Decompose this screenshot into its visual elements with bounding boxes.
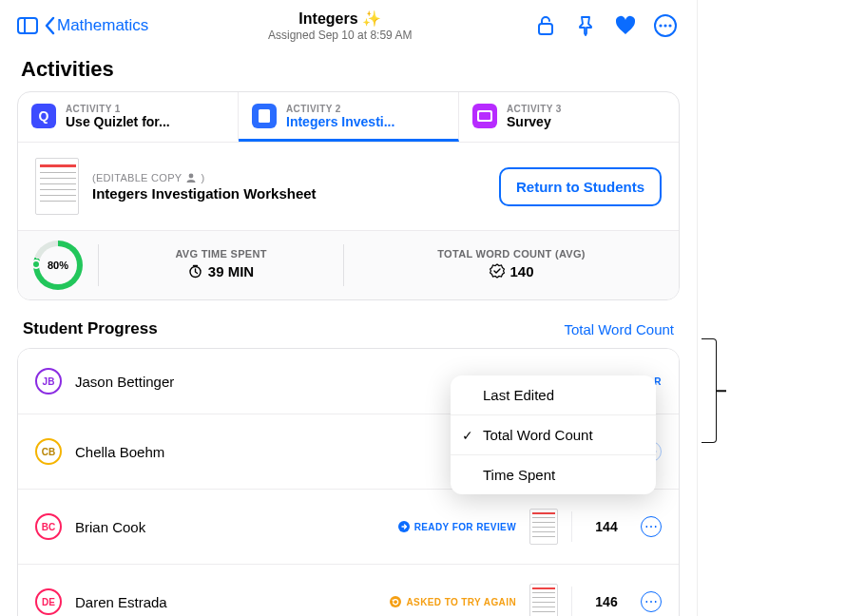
svg-point-10 — [189, 173, 194, 178]
lock-icon[interactable] — [531, 11, 560, 40]
avg-time-label: AVG TIME SPENT — [108, 248, 334, 260]
tab-activity-2[interactable]: ACTIVITY 2 Integers Investi... — [239, 92, 459, 142]
pin-icon[interactable] — [571, 11, 600, 40]
annotation-bracket — [702, 338, 717, 443]
status-badge: READY FOR REVIEW — [398, 521, 516, 532]
submission-thumbnail[interactable] — [529, 584, 558, 616]
stats-row: 80% AVG TIME SPENT 39 MIN TOTAL WORD COU… — [18, 230, 679, 299]
student-progress-heading: Student Progress — [23, 319, 158, 338]
tab-eyebrow: ACTIVITY 1 — [66, 104, 170, 114]
doc-editable-label: (EDITABLE COPY) — [92, 172, 486, 183]
student-row[interactable]: BC Brian Cook READY FOR REVIEW 144 ⋯ — [18, 490, 679, 565]
doc-title: Integers Investigation Worksheet — [92, 185, 486, 202]
quizlet-icon: Q — [31, 104, 56, 128]
return-to-students-button[interactable]: Return to Students — [499, 167, 662, 206]
popup-item-last-edited[interactable]: Last Edited — [451, 375, 656, 415]
activities-card: Q ACTIVITY 1 Use Quizlet for... ACTIVITY… — [17, 91, 680, 300]
svg-point-15 — [390, 596, 401, 607]
survey-icon — [472, 104, 497, 128]
student-row[interactable]: JB Jason Bettinger READY FOR R Last Edit… — [18, 349, 679, 414]
tab-eyebrow: ACTIVITY 3 — [507, 104, 562, 114]
svg-point-6 — [668, 24, 671, 27]
word-count-label: TOTAL WORD COUNT (AVG) — [354, 248, 669, 260]
tab-title: Survey — [507, 114, 562, 129]
tab-activity-3[interactable]: ACTIVITY 3 Survey — [459, 92, 679, 142]
tab-eyebrow: ACTIVITY 2 — [286, 104, 394, 114]
word-count-cell: 146 — [586, 594, 627, 609]
popup-item-total-word-count[interactable]: Total Word Count — [451, 415, 656, 455]
sort-selector[interactable]: Total Word Count — [564, 321, 674, 337]
row-more-button[interactable]: ⋯ — [641, 516, 662, 537]
doc-icon — [252, 104, 277, 128]
chevron-left-icon — [44, 16, 57, 35]
sidebar-icon[interactable] — [13, 11, 42, 40]
back-label: Mathematics — [57, 16, 148, 35]
badge-icon — [490, 263, 505, 279]
tab-activity-1[interactable]: Q ACTIVITY 1 Use Quizlet for... — [18, 92, 239, 142]
svg-point-5 — [663, 24, 666, 27]
page-title-block: Integers ✨ Assigned Sep 10 at 8:59 AM — [154, 10, 526, 42]
arrow-circle-icon — [398, 521, 410, 532]
doc-row: (EDITABLE COPY) Integers Investigation W… — [18, 142, 679, 230]
retry-circle-icon — [390, 596, 401, 607]
svg-point-4 — [659, 24, 662, 27]
doc-thumbnail[interactable] — [35, 158, 79, 215]
person-icon — [185, 172, 197, 183]
avg-time-value: 39 MIN — [188, 263, 254, 279]
tab-title: Use Quizlet for... — [66, 114, 170, 129]
svg-rect-7 — [259, 109, 270, 123]
avatar: DE — [35, 588, 62, 615]
sort-popup: Last Edited Total Word Count Time Spent — [451, 375, 656, 494]
row-more-button[interactable]: ⋯ — [641, 591, 662, 612]
svg-rect-0 — [18, 18, 37, 33]
heart-icon[interactable] — [611, 11, 640, 40]
status-badge: ASKED TO TRY AGAIN — [390, 596, 516, 607]
more-icon[interactable] — [651, 11, 680, 40]
back-button[interactable]: Mathematics — [44, 16, 148, 35]
student-name: Daren Estrada — [75, 594, 376, 610]
clock-icon — [188, 264, 202, 279]
tab-title: Integers Investi... — [286, 114, 394, 129]
word-count-value: 140 — [490, 263, 534, 279]
activities-heading: Activities — [0, 51, 697, 91]
student-row[interactable]: DE Daren Estrada ASKED TO TRY AGAIN 146 … — [18, 565, 679, 616]
progress-donut: 80% — [33, 241, 83, 290]
page-subtitle: Assigned Sep 10 at 8:59 AM — [154, 29, 526, 42]
svg-rect-2 — [539, 24, 552, 34]
svg-rect-9 — [479, 112, 490, 120]
word-count-cell: 144 — [586, 519, 627, 534]
submission-thumbnail[interactable] — [529, 509, 558, 545]
student-name: Brian Cook — [75, 519, 385, 535]
student-list: JB Jason Bettinger READY FOR R Last Edit… — [17, 348, 680, 616]
student-name: Chella Boehm — [75, 444, 480, 460]
popup-item-time-spent[interactable]: Time Spent — [451, 455, 656, 494]
avatar: BC — [35, 513, 62, 540]
activity-tabs: Q ACTIVITY 1 Use Quizlet for... ACTIVITY… — [18, 92, 679, 142]
page-title: Integers ✨ — [154, 10, 526, 28]
avatar: CB — [35, 438, 62, 465]
avatar: JB — [35, 368, 62, 395]
header: Mathematics Integers ✨ Assigned Sep 10 a… — [0, 0, 697, 51]
